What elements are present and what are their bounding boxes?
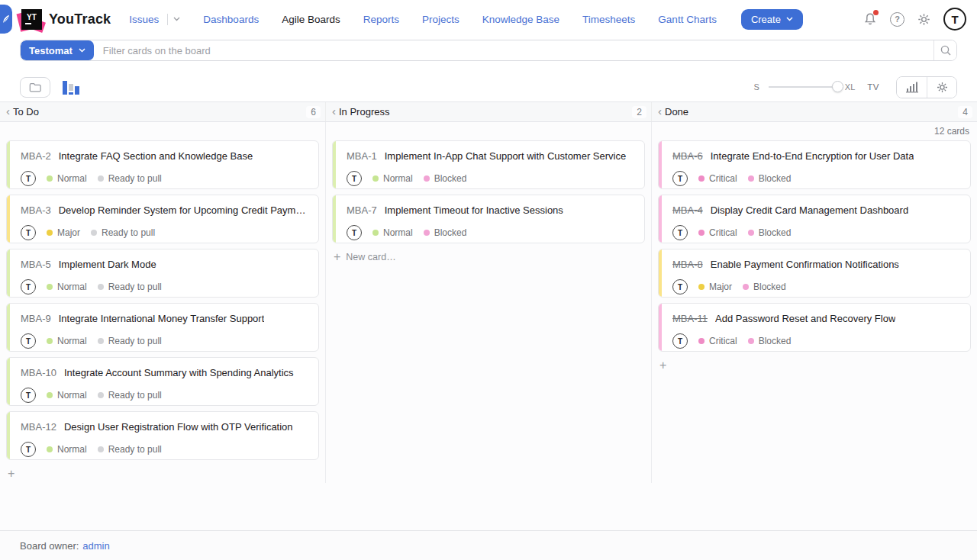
column-title: In Progress: [339, 106, 389, 117]
card-footer: T Critical Blocked: [672, 171, 961, 186]
agile-board: ‹ To Do 6 ‹ In Progress 2 ‹ Done 4 MBA-2…: [0, 101, 977, 530]
card-footer: T Normal Ready to pull: [21, 171, 309, 186]
card-size-slider[interactable]: [769, 86, 837, 88]
nav-item-label: Timesheets: [582, 14, 635, 25]
help-button[interactable]: ?: [890, 12, 904, 27]
histogram-icon: [905, 81, 919, 93]
page-footer: Board owner: admin: [0, 530, 977, 560]
priority-label: Critical: [709, 336, 737, 346]
youtrack-logo[interactable]: YT YouTrack: [21, 9, 111, 30]
state-dot-icon: [424, 175, 430, 182]
nav-item-label: Knowledge Base: [482, 14, 559, 25]
assignee-avatar[interactable]: T: [21, 225, 36, 240]
column-meta-label: [6, 122, 319, 140]
issue-card[interactable]: MBA-3 Develop Reminder System for Upcomi…: [6, 195, 319, 243]
tv-mode-button[interactable]: TV: [867, 82, 879, 92]
board-chart-button[interactable]: [897, 77, 927, 98]
issue-card[interactable]: MBA-9 Integrate International Money Tran…: [6, 303, 319, 352]
new-card-button[interactable]: +: [658, 357, 673, 374]
nav-item-agile-boards[interactable]: Agile Boards: [282, 14, 340, 25]
assignee-avatar[interactable]: T: [347, 171, 362, 186]
nav-item-reports[interactable]: Reports: [363, 14, 399, 25]
issue-card[interactable]: MBA-2 Integrate FAQ Section and Knowledg…: [6, 140, 319, 189]
priority-label: Normal: [57, 444, 87, 455]
collapse-column-icon[interactable]: ‹: [658, 105, 665, 118]
backlog-button[interactable]: [20, 77, 50, 98]
card-header: MBA-10 Integrate Account Summary with Sp…: [21, 367, 309, 378]
state-badge: Blocked: [424, 173, 467, 184]
slider-handle[interactable]: [832, 81, 843, 92]
priority-dot-icon: [372, 175, 379, 182]
assignee-avatar[interactable]: T: [672, 333, 688, 349]
issue-card[interactable]: MBA-12 Design User Registration Flow wit…: [6, 411, 319, 460]
assignee-avatar[interactable]: T: [21, 388, 36, 403]
issue-id: MBA-4: [672, 204, 703, 216]
issue-title: Implement In-App Chat Support with Custo…: [385, 150, 626, 162]
board-actions-group: [896, 76, 957, 98]
plus-icon: +: [8, 468, 15, 480]
assignee-avatar[interactable]: T: [21, 333, 36, 349]
column-headers: ‹ To Do 6 ‹ In Progress 2 ‹ Done 4: [0, 101, 977, 122]
state-label: Blocked: [434, 227, 467, 238]
issue-card[interactable]: MBA-5 Implement Dark Mode T Normal Ready…: [6, 249, 319, 298]
issue-card[interactable]: MBA-8 Enable Payment Confirmation Notifi…: [658, 249, 971, 298]
card-list: MBA-6 Integrate End-to-End Encryption fo…: [658, 140, 971, 352]
settings-button[interactable]: [917, 12, 931, 27]
sidebar-toggle-button[interactable]: [0, 5, 12, 34]
issue-id: MBA-10: [21, 367, 56, 378]
filter-input[interactable]: [94, 40, 933, 60]
priority-dot-icon: [698, 175, 705, 182]
assignee-avatar[interactable]: T: [672, 279, 688, 294]
nav-item-projects[interactable]: Projects: [422, 14, 459, 25]
collapse-column-icon[interactable]: ‹: [6, 105, 13, 118]
create-button[interactable]: Create: [741, 9, 803, 30]
issue-title: Display Credit Card Management Dashboard: [711, 204, 908, 216]
new-card-button[interactable]: + New card…: [332, 249, 398, 266]
assignee-avatar[interactable]: T: [672, 225, 688, 240]
avatar-letter: T: [943, 8, 966, 31]
assignee-avatar[interactable]: T: [21, 279, 36, 294]
issue-id: MBA-2: [21, 150, 51, 162]
board-owner-link[interactable]: admin: [82, 540, 109, 552]
nav-item-knowledge-base[interactable]: Knowledge Base: [482, 14, 559, 25]
state-badge: Blocked: [748, 336, 792, 346]
nav-item-timesheets[interactable]: Timesheets: [582, 14, 635, 25]
search-button[interactable]: [933, 40, 956, 60]
nav-item-gantt-charts[interactable]: Gantt Charts: [658, 14, 717, 25]
assignee-avatar[interactable]: T: [347, 225, 362, 240]
user-avatar[interactable]: T: [943, 8, 966, 31]
card-header: MBA-1 Implement In-App Chat Support with…: [347, 150, 635, 162]
state-dot-icon: [98, 338, 104, 344]
state-dot-icon: [748, 230, 754, 236]
new-card-button[interactable]: +: [6, 465, 21, 482]
issue-card[interactable]: MBA-11 Add Password Reset and Recovery F…: [658, 303, 971, 352]
board-settings-button[interactable]: [927, 77, 956, 98]
nav-item-label: Dashboards: [203, 14, 259, 25]
card-footer: T Normal Ready to pull: [21, 442, 309, 457]
notifications-button[interactable]: [863, 11, 878, 27]
collapse-column-icon[interactable]: ‹: [332, 105, 339, 118]
gear-icon: [917, 12, 931, 27]
state-label: Blocked: [434, 173, 467, 184]
nav-item-issues[interactable]: Issues: [129, 14, 180, 25]
issue-card[interactable]: MBA-1 Implement In-App Chat Support with…: [332, 140, 645, 189]
project-selector-button[interactable]: Testomat: [21, 40, 94, 60]
chevron-down-icon: [786, 17, 793, 21]
assignee-avatar[interactable]: T: [672, 171, 688, 186]
assignee-avatar[interactable]: T: [21, 442, 36, 457]
assignee-avatar[interactable]: T: [21, 171, 36, 186]
state-label: Ready to pull: [108, 444, 162, 455]
issue-card[interactable]: MBA-10 Integrate Account Summary with Sp…: [6, 357, 319, 406]
feather-icon: [2, 14, 10, 24]
issue-card[interactable]: MBA-7 Implement Timeout for Inactive Ses…: [332, 195, 645, 243]
issue-card[interactable]: MBA-6 Integrate End-to-End Encryption fo…: [658, 140, 971, 189]
card-header: MBA-2 Integrate FAQ Section and Knowledg…: [21, 150, 309, 162]
state-dot-icon: [743, 284, 749, 290]
chevron-down-icon[interactable]: [173, 17, 180, 21]
chart-view-toggle[interactable]: [63, 79, 80, 95]
priority-label: Normal: [57, 390, 87, 401]
issue-card[interactable]: MBA-4 Display Credit Card Management Das…: [658, 195, 971, 243]
issue-title: Integrate FAQ Section and Knowledge Base: [59, 150, 253, 162]
state-label: Blocked: [759, 173, 792, 184]
nav-item-dashboards[interactable]: Dashboards: [203, 14, 259, 25]
